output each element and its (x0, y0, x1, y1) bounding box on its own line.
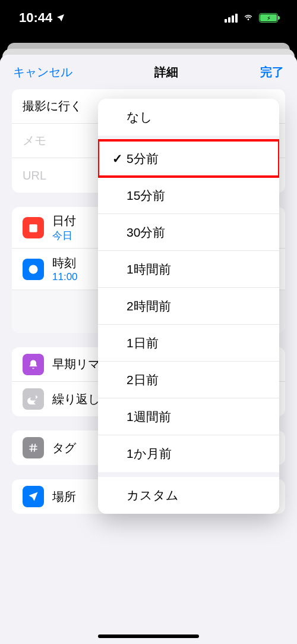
checkmark-icon: ✓ (112, 152, 127, 166)
cancel-button[interactable]: キャンセル (13, 64, 72, 80)
popover-option-none[interactable]: なし (98, 99, 279, 136)
home-indicator[interactable] (98, 634, 199, 638)
svg-point-1 (29, 265, 38, 274)
popover-option-label: 1か月前 (127, 445, 172, 462)
popover-option-label: 30分前 (127, 224, 165, 241)
popover-option-label: 1週間前 (127, 409, 171, 425)
time-value: 11:00 (52, 271, 78, 283)
modal-sheet: キャンセル 詳細 完了 撮影に行く メモ URL 日付今日 時刻11:00 (0, 55, 297, 644)
popover-option-label: 15分前 (127, 187, 165, 204)
status-time: 10:44 (19, 10, 52, 26)
date-label: 日付 (52, 213, 76, 229)
location-arrow-icon (56, 13, 65, 23)
reminder-time-popover: なし ✓5分前15分前30分前1時間前2時間前1日前2日前1週間前1か月前 カス… (98, 99, 279, 514)
popover-option[interactable]: 1時間前 (98, 251, 279, 288)
popover-option-label: カスタム (127, 487, 179, 504)
svg-rect-0 (29, 224, 37, 232)
nav-title: 詳細 (154, 64, 178, 80)
popover-option-label: 1日前 (127, 335, 159, 351)
cellular-signal-icon (225, 14, 238, 23)
popover-option[interactable]: ✓5分前 (98, 140, 279, 177)
popover-option[interactable]: 30分前 (98, 214, 279, 251)
popover-option[interactable]: 1日前 (98, 325, 279, 362)
popover-option[interactable]: 1週間前 (98, 398, 279, 435)
battery-icon: ⚡︎ (259, 13, 278, 23)
done-button[interactable]: 完了 (260, 64, 284, 80)
date-value: 今日 (52, 229, 76, 243)
location-icon (23, 486, 44, 507)
wifi-icon (242, 13, 254, 23)
popover-option-label: 5分前 (127, 150, 159, 167)
popover-option-label: 2日前 (127, 372, 159, 388)
status-bar: 10:44 ⚡︎ (0, 0, 297, 36)
popover-option-label: なし (127, 109, 153, 125)
popover-option-custom[interactable]: カスタム (98, 477, 279, 514)
clock-icon (23, 259, 44, 280)
repeat-icon (23, 388, 44, 410)
nav-bar: キャンセル 詳細 完了 (0, 55, 297, 89)
bell-icon (23, 354, 44, 375)
popover-option[interactable]: 2日前 (98, 362, 279, 398)
time-label: 時刻 (52, 255, 78, 271)
popover-option-label: 2時間前 (127, 298, 171, 315)
popover-option[interactable]: 2時間前 (98, 288, 279, 325)
popover-option[interactable]: 15分前 (98, 177, 279, 214)
calendar-icon (23, 217, 44, 238)
popover-option[interactable]: 1か月前 (98, 435, 279, 472)
hash-icon (23, 437, 44, 458)
popover-option-label: 1時間前 (127, 261, 171, 278)
